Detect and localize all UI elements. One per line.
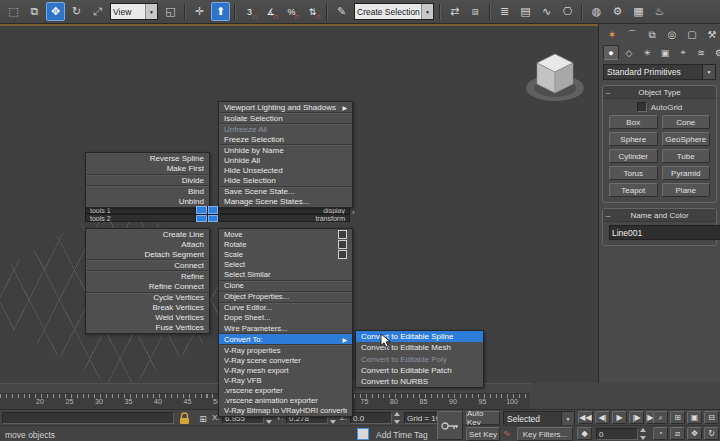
- settings-box-icon[interactable]: [338, 240, 347, 249]
- menu-item-v-ray-bitmap-to-vrayhdri-converter[interactable]: V-Ray Bitmap to VRayHDRI converter: [219, 406, 352, 416]
- z-coord-field[interactable]: 0.0: [350, 412, 392, 424]
- menu-item-make-first[interactable]: Make First: [86, 163, 209, 174]
- geometry-category-icon[interactable]: ●: [603, 45, 619, 60]
- menu-item-convert-to-editable-poly[interactable]: Convert to Editable Poly: [356, 353, 483, 364]
- menu-item-attach[interactable]: Attach: [86, 239, 209, 249]
- set-key-toggle-button[interactable]: [437, 411, 463, 440]
- isolate-selection-toggle-icon[interactable]: [357, 428, 369, 440]
- menu-item-break-vertices[interactable]: Break Vertices: [86, 303, 209, 313]
- selection-lock-icon[interactable]: [179, 412, 190, 425]
- keyboard-shortcut-override-icon[interactable]: ⬆: [211, 2, 230, 21]
- systems-category-icon[interactable]: ⚙: [711, 45, 720, 60]
- render-production-icon[interactable]: ♨: [650, 2, 669, 21]
- previous-frame-icon[interactable]: ◀|: [595, 411, 610, 424]
- object-type-rollout-header[interactable]: – Object Type: [603, 86, 716, 99]
- quad-center-squares[interactable]: [196, 206, 218, 222]
- menu-item-unfreeze-all[interactable]: Unfreeze All: [219, 124, 352, 134]
- menu-item-convert-to[interactable]: Convert To:▶: [219, 334, 352, 345]
- select-and-manipulate-icon[interactable]: ✛: [190, 2, 209, 21]
- menu-item-v-ray-mesh-export[interactable]: V-Ray mesh export: [219, 365, 352, 375]
- geosphere-button[interactable]: GeoSphere: [662, 132, 711, 146]
- menu-item-refine-connect[interactable]: Refine Connect: [86, 281, 209, 292]
- settings-box-icon[interactable]: [338, 230, 347, 239]
- menu-item-v-ray-properties[interactable]: V-Ray properties: [219, 345, 352, 355]
- menu-item-isolate-selection[interactable]: Isolate Selection: [219, 113, 352, 124]
- cylinder-button[interactable]: Cylinder: [609, 149, 658, 163]
- layer-manager-icon[interactable]: ≣: [495, 2, 514, 21]
- percent-snap-icon[interactable]: %∩: [282, 2, 301, 21]
- menu-item-wire-parameters[interactable]: Wire Parameters...: [219, 323, 352, 334]
- z-spinner[interactable]: [394, 412, 401, 424]
- menu-item-freeze-selection[interactable]: Freeze Selection: [219, 134, 352, 145]
- curve-editor-icon[interactable]: ∿: [537, 2, 556, 21]
- menu-item-viewport-lighting-and-shadows[interactable]: Viewport Lighting and Shadows▶: [219, 102, 352, 113]
- menu-item-vrscene-exporter[interactable]: .vrscene exporter: [219, 386, 352, 396]
- frame-spinner[interactable]: [640, 428, 647, 440]
- zoom-extents-all-icon[interactable]: ⊟: [704, 411, 719, 424]
- play-animation-icon[interactable]: ▶: [612, 411, 627, 424]
- default-in-out-tangents-icon[interactable]: ∿: [503, 428, 511, 438]
- menu-item-dope-sheet[interactable]: Dope Sheet...: [219, 313, 352, 323]
- key-filters-button[interactable]: Key Filters...: [517, 427, 573, 441]
- menu-item-object-properties[interactable]: Object Properties...: [219, 292, 352, 303]
- add-time-tag[interactable]: Add Time Tag: [376, 430, 428, 440]
- torus-button[interactable]: Torus: [609, 166, 658, 180]
- object-name-field[interactable]: [609, 225, 720, 240]
- box-button[interactable]: Box: [609, 115, 658, 129]
- menu-item-v-ray-scene-converter[interactable]: V-Ray scene converter: [219, 355, 352, 365]
- time-configuration-icon[interactable]: ◔: [653, 427, 668, 440]
- zoom-icon[interactable]: ⌕: [653, 411, 668, 424]
- menu-item-select-similar[interactable]: Select Similar: [219, 269, 352, 280]
- current-frame-field[interactable]: 0: [596, 428, 638, 440]
- utilities-tab-icon[interactable]: ⚒: [703, 26, 720, 43]
- window-crossing-toggle-icon[interactable]: ⧉: [25, 2, 44, 21]
- menu-item-connect[interactable]: Connect: [86, 260, 209, 271]
- menu-item-convert-to-editable-patch[interactable]: Convert to Editable Patch: [356, 365, 483, 376]
- menu-item-detach-segment[interactable]: Detach Segment: [86, 249, 209, 260]
- key-mode-toggle-icon[interactable]: ◆: [577, 427, 592, 440]
- autogrid-checkbox[interactable]: [637, 102, 647, 112]
- primitives-dropdown[interactable]: Standard Primitives ▼: [603, 64, 716, 80]
- hierarchy-tab-icon[interactable]: ⧉: [643, 26, 661, 43]
- menu-item-unhide-all[interactable]: Unhide All: [219, 155, 352, 165]
- cameras-category-icon[interactable]: ▣: [657, 45, 673, 60]
- quad-expand-chevron-icon[interactable]: ›: [352, 208, 355, 217]
- menu-item-divide[interactable]: Divide: [86, 175, 209, 186]
- dropdown-arrow-icon[interactable]: ▼: [421, 4, 433, 19]
- auto-key-button[interactable]: Auto Key: [466, 411, 500, 425]
- select-and-scale-icon[interactable]: ⤢: [88, 2, 107, 21]
- dropdown-arrow-icon[interactable]: ▼: [561, 412, 574, 426]
- menu-item-convert-to-nurbs[interactable]: Convert to NURBS: [356, 376, 483, 387]
- menu-item-move[interactable]: Move: [219, 229, 352, 239]
- menu-item-convert-to-editable-spline[interactable]: Convert to Editable Spline: [356, 331, 483, 342]
- menu-item-unhide-by-name[interactable]: Unhide by Name: [219, 145, 352, 155]
- menu-item-save-scene-state[interactable]: Save Scene State...: [219, 187, 352, 197]
- zoom-region-icon[interactable]: ⧄: [670, 427, 685, 440]
- sphere-button[interactable]: Sphere: [609, 132, 658, 146]
- select-and-move-icon[interactable]: ✥: [46, 2, 65, 21]
- go-to-start-icon[interactable]: ◀◀: [578, 411, 593, 424]
- viewcube[interactable]: [520, 40, 590, 118]
- motion-tab-icon[interactable]: ◎: [663, 26, 681, 43]
- orbit-icon[interactable]: ↻: [704, 427, 719, 440]
- edit-named-selection-sets-icon[interactable]: ✎: [332, 2, 351, 21]
- settings-box-icon[interactable]: [338, 250, 347, 259]
- pyramid-button[interactable]: Pyramid: [662, 166, 711, 180]
- material-editor-icon[interactable]: ◍: [587, 2, 606, 21]
- schematic-view-icon[interactable]: ⎔: [558, 2, 577, 21]
- scene-explorer-icon[interactable]: ▤: [516, 2, 535, 21]
- lights-category-icon[interactable]: ☀: [639, 45, 655, 60]
- menu-item-bind[interactable]: Bind: [86, 186, 209, 196]
- dropdown-arrow-icon[interactable]: ▼: [702, 65, 715, 79]
- rendered-frame-window-icon[interactable]: ▦: [629, 2, 648, 21]
- dropdown-arrow-icon[interactable]: ▼: [145, 4, 157, 19]
- menu-item-cycle-vertices[interactable]: Cycle Vertices: [86, 293, 209, 303]
- zoom-extents-icon[interactable]: ▣: [687, 411, 702, 424]
- pan-view-icon[interactable]: ✥: [687, 427, 702, 440]
- menu-item-reverse-spline[interactable]: Reverse Spline: [86, 153, 209, 163]
- rectangular-selection-region-icon[interactable]: ⬚: [4, 2, 23, 21]
- display-tab-icon[interactable]: ▢: [683, 26, 701, 43]
- teapot-button[interactable]: Teapot: [609, 183, 658, 197]
- menu-item-unbind[interactable]: Unbind: [86, 197, 209, 207]
- align-icon[interactable]: ⧈: [466, 2, 485, 21]
